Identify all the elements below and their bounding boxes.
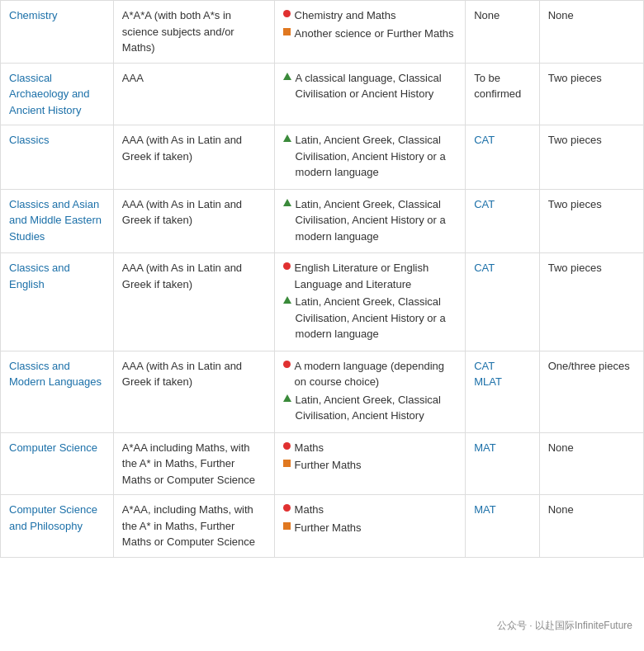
requirement-text: Another science or Further Maths — [295, 26, 454, 42]
grades-cell: AAA (with As in Latin and Greek if taken… — [113, 125, 274, 190]
written-work-cell: One/three pieces — [539, 351, 643, 432]
test-link[interactable]: CAT — [474, 262, 495, 274]
required-icon — [283, 442, 291, 450]
preferred-triangle-icon — [283, 73, 291, 80]
test-link[interactable]: CAT — [474, 198, 495, 210]
requirement-item: Latin, Ancient Greek, Classical Civilisa… — [283, 294, 457, 342]
table-row: ChemistryA*A*A (with both A*s in science… — [1, 1, 644, 64]
requirement-text: Latin, Ancient Greek, Classical Civilisa… — [296, 294, 457, 342]
table-row: Classical Archaeology and Ancient Histor… — [1, 63, 644, 125]
requirement-item: Further Maths — [283, 457, 457, 474]
requirement-item: A classical language, Classical Civilisa… — [283, 70, 457, 102]
requirements-cell: Latin, Ancient Greek, Classical Civilisa… — [274, 189, 466, 253]
table-row: Classics and EnglishAAA (with As in Lati… — [1, 253, 644, 351]
preferred-triangle-icon — [283, 394, 291, 402]
table-row: Classics and Asian and Middle Eastern St… — [1, 189, 644, 253]
test-cell: CAT — [466, 253, 539, 351]
preferred-icon — [283, 460, 291, 467]
written-work-cell: Two pieces — [539, 125, 643, 190]
grades-cell: AAA (with As in Latin and Greek if taken… — [113, 189, 274, 253]
requirement-text: Further Maths — [295, 457, 362, 474]
requirements-cell: Latin, Ancient Greek, Classical Civilisa… — [274, 125, 466, 190]
preferred-triangle-icon — [283, 296, 291, 304]
requirement-item: Chemistry and Maths — [283, 7, 457, 24]
grades-cell: A*AA, including Maths, with the A* in Ma… — [113, 495, 274, 558]
requirement-text: Latin, Ancient Greek, Classical Civilisa… — [296, 392, 457, 424]
requirement-text: Chemistry and Maths — [295, 7, 396, 24]
requirement-text: A modern language (depending on course c… — [295, 358, 457, 390]
table-row: Computer ScienceA*AA including Maths, wi… — [1, 432, 644, 495]
preferred-triangle-icon — [283, 134, 291, 142]
test-cell: To be confirmed — [466, 63, 539, 125]
requirements-cell: A modern language (depending on course c… — [274, 351, 466, 432]
table-row: Computer Science and PhilosophyA*AA, inc… — [1, 495, 644, 558]
requirement-text: Latin, Ancient Greek, Classical Civilisa… — [296, 132, 457, 181]
grades-cell: AAA — [113, 63, 274, 125]
courses-table: ChemistryA*A*A (with both A*s in science… — [0, 0, 644, 558]
course-name: Classics and English — [9, 262, 70, 290]
test-link[interactable]: MAT — [474, 503, 495, 516]
table-row: ClassicsAAA (with As in Latin and Greek … — [1, 125, 644, 190]
written-work-cell: None — [539, 432, 643, 495]
requirement-text: A classical language, Classical Civilisa… — [296, 70, 457, 102]
test-link[interactable]: MAT — [474, 441, 495, 454]
written-work-cell: Two pieces — [539, 189, 643, 253]
requirements-cell: MathsFurther Maths — [274, 432, 466, 495]
course-name: Classical Archaeology and Ancient Histor… — [9, 72, 90, 116]
requirements-cell: English Literature or English Language a… — [274, 253, 466, 351]
requirement-item: Another science or Further Maths — [283, 26, 457, 42]
requirement-item: Latin, Ancient Greek, Classical Civilisa… — [283, 392, 457, 424]
test-cell: MAT — [466, 495, 539, 558]
course-name: Chemistry — [9, 9, 58, 21]
preferred-icon — [283, 522, 291, 530]
requirement-item: A modern language (depending on course c… — [283, 358, 457, 390]
required-icon — [283, 262, 291, 270]
course-name: Classics and Modern Languages — [9, 360, 102, 389]
course-name: Computer Science — [9, 441, 97, 454]
test-link[interactable]: MLAT — [474, 375, 502, 388]
preferred-triangle-icon — [283, 199, 291, 206]
requirement-text: Maths — [295, 502, 324, 518]
test-cell: None — [466, 1, 539, 64]
course-name: Computer Science and Philosophy — [9, 503, 97, 532]
test-cell: CAT — [466, 125, 539, 190]
requirements-cell: Chemistry and MathsAnother science or Fu… — [274, 1, 466, 64]
preferred-icon — [283, 28, 291, 35]
course-name: Classics — [9, 134, 49, 146]
test-link[interactable]: CAT — [474, 134, 495, 146]
grades-cell: A*A*A (with both A*s in science subjects… — [113, 1, 274, 64]
course-name: Classics and Asian and Middle Eastern St… — [9, 198, 102, 243]
requirement-item: Maths — [283, 502, 457, 518]
grades-cell: AAA (with As in Latin and Greek if taken… — [113, 351, 274, 432]
requirement-item: English Literature or English Language a… — [283, 260, 457, 292]
test-cell: CATMLAT — [466, 351, 539, 432]
requirement-item: Latin, Ancient Greek, Classical Civilisa… — [283, 196, 457, 245]
test-link[interactable]: CAT — [474, 360, 495, 372]
requirement-item: Further Maths — [283, 520, 457, 536]
requirement-text: English Literature or English Language a… — [295, 260, 457, 292]
written-work-cell: Two pieces — [539, 253, 643, 351]
requirement-item: Maths — [283, 440, 457, 456]
written-work-cell: None — [539, 1, 643, 64]
grades-cell: AAA (with As in Latin and Greek if taken… — [113, 253, 274, 351]
required-icon — [283, 361, 291, 368]
grades-cell: A*AA including Maths, with the A* in Mat… — [113, 432, 274, 495]
test-cell: MAT — [466, 432, 539, 495]
table-row: Classics and Modern LanguagesAAA (with A… — [1, 351, 644, 432]
requirement-text: Latin, Ancient Greek, Classical Civilisa… — [296, 196, 457, 245]
requirements-cell: A classical language, Classical Civilisa… — [274, 63, 466, 125]
requirement-item: Latin, Ancient Greek, Classical Civilisa… — [283, 132, 457, 181]
required-icon — [283, 504, 291, 512]
requirements-cell: MathsFurther Maths — [274, 495, 466, 558]
requirement-text: Maths — [295, 440, 324, 456]
test-cell: CAT — [466, 189, 539, 253]
written-work-cell: None — [539, 495, 643, 558]
written-work-cell: Two pieces — [539, 63, 643, 125]
required-icon — [283, 10, 291, 17]
requirement-text: Further Maths — [295, 520, 362, 536]
